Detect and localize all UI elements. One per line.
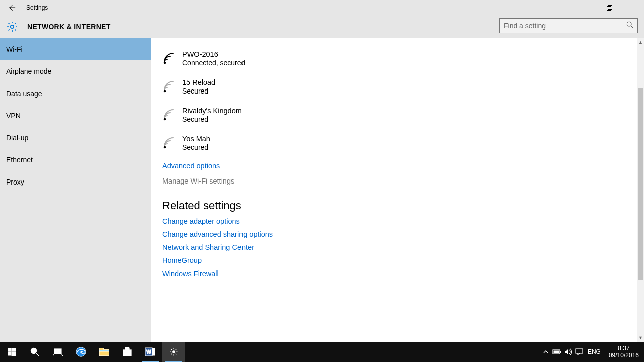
svg-rect-16 <box>99 348 104 350</box>
svg-rect-8 <box>8 348 11 351</box>
settings-taskbar-button[interactable] <box>162 342 185 362</box>
wifi-name: Rivaldy's Kingdom <box>182 107 242 115</box>
gear-icon <box>6 21 18 33</box>
back-button[interactable] <box>0 0 23 15</box>
svg-rect-29 <box>153 354 155 354</box>
svg-point-3 <box>627 22 631 26</box>
wifi-network[interactable]: 15 Reload Secured <box>162 72 633 101</box>
sidebar-item-airplane-mode[interactable]: Airplane mode <box>0 60 151 82</box>
maximize-button[interactable] <box>598 0 621 15</box>
advanced-options-link[interactable]: Advanced options <box>162 162 633 170</box>
scroll-thumb[interactable] <box>638 88 643 280</box>
svg-rect-18 <box>123 350 131 356</box>
language-indicator[interactable]: ENG <box>585 348 604 355</box>
start-button[interactable] <box>0 342 23 362</box>
word-taskbar-button[interactable]: W <box>139 342 162 362</box>
wifi-status: Secured <box>182 143 210 151</box>
clock[interactable]: 8:37 09/10/2016 <box>604 345 644 359</box>
sidebar-item-data-usage[interactable]: Data usage <box>0 82 151 105</box>
wifi-name: PWO-2016 <box>182 50 245 58</box>
search-input[interactable] <box>504 22 626 30</box>
search-taskbar-button[interactable] <box>23 342 46 362</box>
svg-rect-10 <box>8 352 11 355</box>
svg-rect-28 <box>153 352 155 353</box>
svg-point-6 <box>164 118 166 121</box>
page-title: NETWORK & INTERNET <box>27 23 111 31</box>
search-icon <box>626 21 633 30</box>
scroll-down-arrow-icon[interactable]: ▼ <box>637 334 644 342</box>
wifi-network[interactable]: Yos Mah Secured <box>162 129 633 157</box>
wifi-icon <box>162 108 176 122</box>
manage-wifi-settings-link[interactable]: Manage Wi-Fi settings <box>162 177 633 185</box>
close-button[interactable] <box>621 0 644 15</box>
svg-text:W: W <box>146 349 151 355</box>
task-view-button[interactable] <box>46 342 69 362</box>
volume-icon[interactable] <box>562 342 574 362</box>
svg-point-12 <box>31 348 37 354</box>
svg-rect-11 <box>12 352 16 356</box>
wifi-name: 15 Reload <box>182 78 215 86</box>
wifi-network[interactable]: Rivaldy's Kingdom Secured <box>162 101 633 129</box>
svg-rect-9 <box>12 348 16 351</box>
svg-point-4 <box>164 62 166 64</box>
related-settings-heading: Related settings <box>162 199 633 212</box>
svg-point-30 <box>173 351 175 353</box>
related-link[interactable]: Change adapter options <box>162 217 633 225</box>
related-link[interactable]: Change advanced sharing options <box>162 230 633 238</box>
clock-date: 09/10/2016 <box>609 352 639 359</box>
clock-time: 8:37 <box>609 345 639 352</box>
svg-rect-34 <box>576 349 583 353</box>
svg-rect-17 <box>99 350 109 351</box>
action-center-icon[interactable] <box>574 342 585 362</box>
sidebar-item-ethernet[interactable]: Ethernet <box>0 149 151 171</box>
sidebar: Wi-Fi Airplane mode Data usage VPN Dial-… <box>0 38 151 342</box>
scrollbar[interactable]: ▲ ▼ <box>637 38 644 342</box>
sidebar-item-dial-up[interactable]: Dial-up <box>0 127 151 149</box>
window-title: Settings <box>26 4 48 11</box>
edge-taskbar-button[interactable] <box>69 342 93 362</box>
scroll-up-arrow-icon[interactable]: ▲ <box>637 38 644 46</box>
taskbar: W ENG 8:37 09/10/2016 <box>0 342 644 362</box>
file-explorer-taskbar-button[interactable] <box>93 342 116 362</box>
store-taskbar-button[interactable] <box>116 342 139 362</box>
svg-rect-27 <box>153 351 155 351</box>
wifi-status: Connected, secured <box>182 59 245 67</box>
svg-rect-26 <box>153 349 155 350</box>
svg-rect-0 <box>607 6 611 10</box>
sidebar-item-wifi[interactable]: Wi-Fi <box>0 38 151 60</box>
svg-rect-20 <box>128 351 129 353</box>
sidebar-item-vpn[interactable]: VPN <box>0 105 151 127</box>
search-box[interactable] <box>499 18 638 33</box>
wifi-icon <box>162 79 176 94</box>
related-link[interactable]: Network and Sharing Center <box>162 243 633 251</box>
related-link[interactable]: HomeGroup <box>162 256 633 264</box>
svg-point-7 <box>164 146 166 149</box>
battery-icon[interactable] <box>551 342 562 362</box>
wifi-name: Yos Mah <box>182 135 210 143</box>
related-link[interactable]: Windows Firewall <box>162 269 633 278</box>
wifi-icon <box>162 136 176 150</box>
svg-rect-1 <box>608 5 612 9</box>
svg-rect-19 <box>126 351 127 353</box>
wifi-status: Secured <box>182 87 215 95</box>
wifi-status: Secured <box>182 115 242 123</box>
svg-rect-13 <box>54 349 61 354</box>
sidebar-item-proxy[interactable]: Proxy <box>0 171 151 193</box>
wifi-network[interactable]: PWO-2016 Connected, secured <box>162 44 633 72</box>
wifi-icon <box>162 51 176 65</box>
tray-overflow-icon[interactable] <box>540 342 551 362</box>
svg-point-5 <box>164 90 166 93</box>
content-pane: PWO-2016 Connected, secured 15 Reload Se… <box>151 38 644 342</box>
svg-rect-21 <box>126 353 127 355</box>
svg-rect-22 <box>128 353 129 355</box>
svg-point-2 <box>11 25 14 28</box>
svg-rect-32 <box>560 351 561 353</box>
minimize-button[interactable] <box>575 0 598 15</box>
svg-rect-33 <box>553 351 559 353</box>
